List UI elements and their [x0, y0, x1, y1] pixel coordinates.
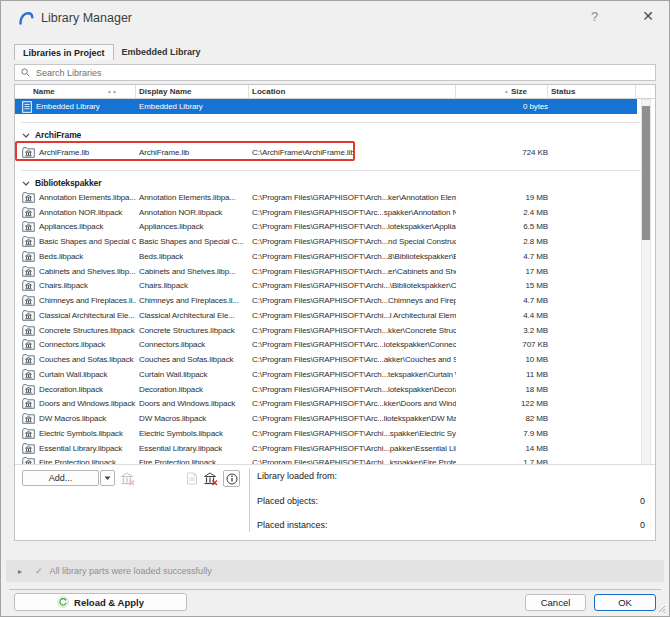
scrollbar-thumb[interactable] — [642, 106, 650, 240]
search-input[interactable] — [34, 67, 655, 79]
column-header-status[interactable]: Status — [548, 85, 636, 98]
status-expand-icon[interactable]: ▸ — [18, 567, 22, 576]
libpack-folder-icon — [22, 369, 35, 380]
checkmark-icon: ✓ — [35, 566, 43, 576]
close-button[interactable]: ✕ — [642, 8, 654, 24]
vertical-scrollbar[interactable] — [641, 99, 651, 467]
sort-arrows-icon: ▲▲ — [107, 89, 117, 94]
placed-objects-value: 0 — [640, 496, 645, 506]
column-header-size[interactable]: ▲ Size — [456, 85, 548, 98]
table-row[interactable]: Chairs.libpack Chairs.libpack C:\Program… — [15, 279, 655, 294]
info-icon — [226, 473, 238, 485]
library-list: Embedded Library Embedded Library 0 byte… — [15, 99, 655, 465]
group-header[interactable]: Bibliotekspakker — [15, 176, 655, 190]
remove-missing-libraries-button[interactable] — [202, 470, 219, 487]
table-row[interactable]: Basic Shapes and Special C... Basic Shap… — [15, 234, 655, 249]
group-header[interactable]: ArchiFrame — [15, 128, 655, 142]
libpack-folder-icon — [22, 251, 35, 262]
reload-apply-button[interactable]: Reload & Apply — [14, 593, 187, 611]
search-box — [14, 64, 656, 81]
table-row[interactable]: Chimneys and Fireplaces.li... Chimneys a… — [15, 293, 655, 308]
tab-embedded-library[interactable]: Embedded Library — [114, 44, 209, 60]
libpack-folder-icon — [22, 428, 35, 439]
chevron-down-icon — [104, 476, 111, 481]
status-bar: ▸ ✓ All library parts were loaded succes… — [6, 560, 664, 582]
libpack-folder-icon — [22, 310, 35, 321]
table-row[interactable]: Cabinets and Shelves.libp... Cabinets an… — [15, 264, 655, 279]
add-dropdown-button[interactable] — [100, 470, 115, 486]
table-row[interactable]: Connectors.libpack Connectors.libpack C:… — [15, 338, 655, 353]
ok-button[interactable]: OK — [594, 594, 656, 611]
sort-asc-icon: ▲ — [504, 89, 509, 94]
dialog-title: Library Manager — [41, 11, 132, 25]
bottom-separator — [9, 589, 661, 590]
libpack-folder-icon — [22, 236, 35, 247]
table-row[interactable]: Couches and Sofas.libpack Couches and So… — [15, 352, 655, 367]
archicad-logo-icon — [18, 10, 35, 27]
group-separator — [21, 122, 649, 123]
cancel-button[interactable]: Cancel — [525, 594, 586, 611]
libpack-folder-icon — [22, 221, 35, 232]
embedded-library-icon — [22, 101, 32, 113]
libpack-folder-icon — [22, 398, 35, 409]
remove-library-icon — [203, 472, 218, 486]
remove-library-icon — [120, 472, 135, 486]
table-row[interactable]: Decoration.libpack Decoration.libpack C:… — [15, 382, 655, 397]
search-icon — [21, 68, 30, 77]
table-header: Name ▲▲ Display Name Location ▲ Size Sta… — [15, 85, 655, 99]
info-button[interactable] — [223, 470, 240, 487]
add-button[interactable]: Add... — [22, 470, 99, 486]
footer-divider — [249, 468, 250, 532]
title-bar: Library Manager ? ✕ — [1, 1, 669, 35]
group-separator — [21, 170, 649, 171]
tab-bar: Libraries in Project Embedded Library — [14, 44, 209, 63]
libpack-folder-icon — [22, 280, 35, 291]
table-row[interactable]: Essential Library.libpack Essential Libr… — [15, 441, 655, 456]
libpack-folder-icon — [22, 339, 35, 350]
status-message: All library parts were loaded successful… — [50, 566, 212, 576]
library-loaded-from-label: Library loaded from: — [257, 471, 337, 481]
table-row[interactable]: Appliances.libpack Appliances.libpack C:… — [15, 220, 655, 235]
column-header-location[interactable]: Location — [249, 85, 456, 98]
libpack-folder-icon — [22, 384, 35, 395]
remove-library-button-disabled — [119, 470, 136, 487]
library-manager-dialog: { "window": { "title": "Library Manager"… — [0, 0, 670, 617]
table-row[interactable]: Beds.libpack Beds.libpack C:\Program Fil… — [15, 249, 655, 264]
libpack-folder-icon — [22, 295, 35, 306]
libpack-folder-icon — [22, 354, 35, 365]
tab-libraries-in-project[interactable]: Libraries in Project — [14, 44, 114, 60]
document-icon — [186, 472, 198, 485]
library-report-button-disabled — [183, 470, 200, 487]
table-row[interactable]: Annotation NOR.libpack Annotation NOR.li… — [15, 205, 655, 220]
libpack-folder-icon — [22, 266, 35, 277]
table-row[interactable]: Concrete Structures.libpack Concrete Str… — [15, 323, 655, 338]
column-header-name[interactable]: Name ▲▲ — [15, 85, 136, 98]
libpack-folder-icon — [22, 192, 35, 203]
table-row[interactable]: DW Macros.libpack DW Macros.libpack C:\P… — [15, 411, 655, 426]
reload-icon — [57, 596, 69, 608]
placed-objects-label: Placed objects: — [257, 496, 318, 506]
table-row[interactable]: Classical Architectural Ele... Classical… — [15, 308, 655, 323]
resize-grip[interactable] — [657, 604, 666, 613]
placed-instances-label: Placed instances: — [257, 520, 328, 530]
placed-instances-value: 0 — [640, 520, 645, 530]
library-group: ArchiFrame ArchiFrame.lib ArchiFrame.lib… — [15, 122, 655, 162]
table-row[interactable]: Electric Symbols.libpack Electric Symbol… — [15, 426, 655, 441]
help-button[interactable]: ? — [591, 9, 598, 24]
libpack-folder-icon — [22, 443, 35, 454]
column-header-spacer — [636, 85, 655, 98]
table-row-embedded-library[interactable]: Embedded Library Embedded Library 0 byte… — [15, 99, 637, 114]
library-group: Bibliotekspakker Annotation Elements.lib… — [15, 170, 655, 465]
libpack-folder-icon — [22, 325, 35, 336]
column-header-display-name[interactable]: Display Name — [136, 85, 249, 98]
table-row[interactable]: ArchiFrame.lib ArchiFrame.lib C:\ArchiFr… — [15, 142, 655, 162]
chevron-expanded-icon — [22, 181, 30, 186]
table-row[interactable]: Curtain Wall.libpack Curtain Wall.libpac… — [15, 367, 655, 382]
panel-footer: Add... — [15, 464, 655, 540]
library-table-panel: Name ▲▲ Display Name Location ▲ Size Sta… — [14, 84, 656, 541]
table-row[interactable]: Annotation Elements.libpa... Annotation … — [15, 190, 655, 205]
libpack-folder-icon — [22, 207, 35, 218]
libpack-folder-icon — [22, 147, 35, 158]
table-row[interactable]: Doors and Windows.libpack Doors and Wind… — [15, 397, 655, 412]
libpack-folder-icon — [22, 413, 35, 424]
